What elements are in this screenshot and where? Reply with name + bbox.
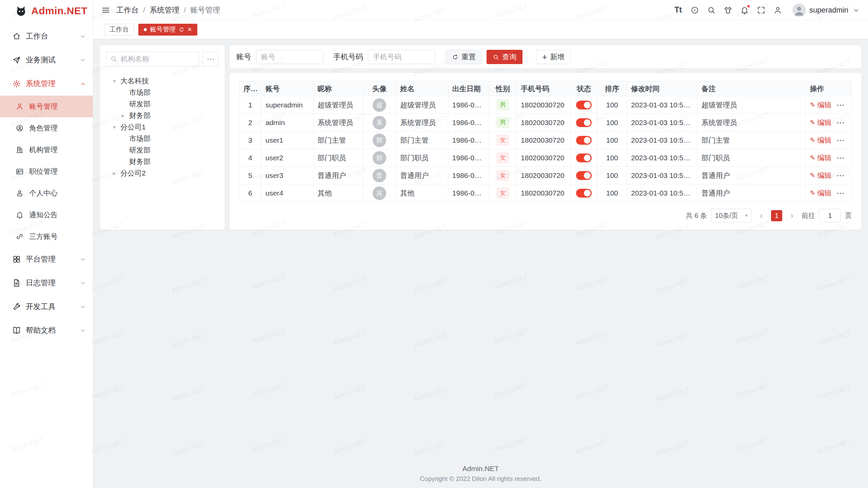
edit-button[interactable]: ✎编辑 <box>810 188 831 198</box>
tree-node[interactable]: 市场部 <box>106 133 219 144</box>
edit-button[interactable]: ✎编辑 <box>810 153 831 163</box>
grid-icon <box>12 255 21 264</box>
account-input[interactable] <box>256 50 324 64</box>
sidebar-item-account-mgmt[interactable]: 账号管理 <box>0 96 93 117</box>
sidebar-item-label: 通知公告 <box>29 210 58 220</box>
edit-button[interactable]: ✎编辑 <box>810 100 831 110</box>
sidebar-item-help-docs[interactable]: 帮助文档 <box>0 319 93 342</box>
cell-remark: 部门主管 <box>697 131 806 149</box>
close-icon[interactable]: × <box>188 26 192 33</box>
status-toggle[interactable] <box>576 171 592 180</box>
fullscreen-icon[interactable] <box>756 5 767 16</box>
search-icon[interactable] <box>706 5 717 16</box>
app-logo[interactable]: Admin.NET <box>0 0 93 22</box>
tree-node[interactable]: 研发部 <box>106 98 219 110</box>
toggle-knob <box>584 102 591 108</box>
tree-node[interactable]: 研发部 <box>106 144 219 156</box>
tree-node[interactable]: 财务部 <box>106 156 219 167</box>
hamburger-menu-icon[interactable] <box>101 6 110 15</box>
sidebar-item-system-mgmt[interactable]: 系统管理 <box>0 72 93 96</box>
chevron-down-icon <box>80 304 86 310</box>
tree-node[interactable]: ▸ 财务部 <box>106 110 219 121</box>
add-button[interactable]: + 新增 <box>536 50 571 64</box>
cell-seq: 5 <box>239 167 261 184</box>
profile-icon[interactable] <box>772 5 783 16</box>
cell-nickname: 部门主管 <box>313 131 363 149</box>
column-header: 出生日期 <box>448 81 489 96</box>
theme-icon[interactable] <box>723 5 733 16</box>
sidebar-item-role-mgmt[interactable]: 角色管理 <box>0 117 93 139</box>
org-name-search-input[interactable] <box>106 52 199 66</box>
caret-right-icon[interactable]: ▸ <box>122 112 129 119</box>
page-size-select[interactable]: 10条/页 ▾ <box>711 209 752 222</box>
avatar: 普 <box>373 169 386 182</box>
next-page-button[interactable]: › <box>786 210 797 221</box>
user-menu[interactable]: superadmin <box>792 3 861 17</box>
cell-nickname: 超级管理员 <box>313 96 363 114</box>
sidebar-item-label: 职位管理 <box>29 167 58 176</box>
sidebar-item-log-mgmt[interactable]: 日志管理 <box>0 271 93 295</box>
prev-page-button[interactable]: ‹ <box>756 210 767 221</box>
row-more-button[interactable]: ··· <box>836 154 845 162</box>
phone-input[interactable] <box>368 50 436 64</box>
gender-badge: 女 <box>497 188 509 198</box>
locale-icon[interactable] <box>689 5 700 16</box>
edit-label: 编辑 <box>817 153 831 163</box>
chevron-down-icon <box>80 256 86 263</box>
sidebar-item-label: 日志管理 <box>26 278 75 288</box>
query-button[interactable]: 查询 <box>487 50 522 64</box>
sidebar-item-personal-center[interactable]: 个人中心 <box>0 182 93 204</box>
edit-button[interactable]: ✎编辑 <box>810 118 831 127</box>
page-1-button[interactable]: 1 <box>771 210 782 221</box>
filter-bar: 账号 手机号码 重置 查询 + 新增 <box>230 45 861 68</box>
tree-node[interactable]: 市场部 <box>106 87 219 98</box>
tree-node[interactable]: ▾ 大名科技 <box>106 75 219 87</box>
user-avatar <box>792 3 806 17</box>
toggle-knob <box>584 137 591 144</box>
column-header: 性别 <box>489 81 516 96</box>
row-more-button[interactable]: ··· <box>836 189 845 197</box>
tree-node[interactable]: ▸ 分公司2 <box>106 167 219 179</box>
tab-account-mgmt[interactable]: 账号管理 × <box>138 24 197 36</box>
row-more-button[interactable]: ··· <box>836 119 845 127</box>
sidebar-item-notice[interactable]: 通知公告 <box>0 204 93 226</box>
edit-button[interactable]: ✎编辑 <box>810 171 831 180</box>
status-toggle[interactable] <box>576 154 592 162</box>
status-toggle[interactable] <box>576 118 592 127</box>
reset-button[interactable]: 重置 <box>446 50 482 64</box>
sidebar-item-label: 机构管理 <box>29 145 58 155</box>
status-toggle[interactable] <box>576 136 592 145</box>
breadcrumb-item[interactable]: 系统管理 <box>150 5 179 15</box>
refresh-icon[interactable] <box>179 27 184 33</box>
caret-down-icon[interactable]: ▾ <box>113 78 120 85</box>
sidebar-item-platform-mgmt[interactable]: 平台管理 <box>0 247 93 271</box>
breadcrumb-item[interactable]: 工作台 <box>116 5 139 15</box>
row-more-button[interactable]: ··· <box>836 101 845 109</box>
caret-down-icon[interactable]: ▾ <box>113 124 120 131</box>
sidebar-item-dev-tools[interactable]: 开发工具 <box>0 295 93 319</box>
goto-page-input[interactable] <box>819 209 841 222</box>
sidebar-item-business-test[interactable]: 业务测试 <box>0 48 93 72</box>
cell-account: user2 <box>261 149 314 167</box>
status-toggle[interactable] <box>576 101 592 109</box>
cell-name: 部门主管 <box>396 131 448 149</box>
tab-workbench[interactable]: 工作台 <box>104 24 134 36</box>
sidebar-item-position-mgmt[interactable]: 职位管理 <box>0 161 93 182</box>
sidebar-item-third-party-account[interactable]: 三方账号 <box>0 226 93 247</box>
tree-node[interactable]: ▾ 分公司1 <box>106 121 219 133</box>
row-more-button[interactable]: ··· <box>836 171 845 180</box>
edit-button[interactable]: ✎编辑 <box>810 136 831 145</box>
accounts-table-card: 序号 账号 昵称 头像 姓名 出生日期 性别 手机号码 状态 排序 修改时间 <box>230 73 861 230</box>
sidebar-item-workbench[interactable]: 工作台 <box>0 24 93 48</box>
font-size-icon[interactable]: Tt <box>673 5 684 16</box>
edit-icon: ✎ <box>810 119 815 126</box>
toggle-knob <box>584 190 591 197</box>
notification-icon[interactable] <box>739 5 750 16</box>
caret-right-icon[interactable]: ▸ <box>113 170 120 177</box>
status-toggle[interactable] <box>576 189 592 198</box>
sidebar-item-org-mgmt[interactable]: 机构管理 <box>0 139 93 161</box>
row-more-button[interactable]: ··· <box>836 136 845 144</box>
logo-icon <box>15 5 27 17</box>
org-more-button[interactable]: ··· <box>202 52 219 66</box>
breadcrumb-separator: / <box>184 6 186 15</box>
